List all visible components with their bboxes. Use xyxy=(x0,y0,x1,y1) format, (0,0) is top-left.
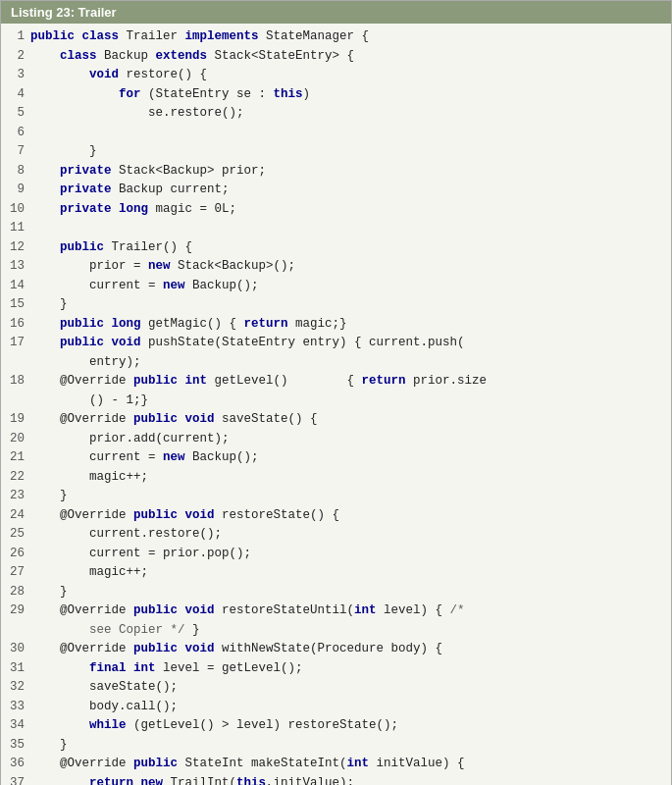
code-text xyxy=(30,716,89,735)
code-text: (getLevel() > level) restoreState(); xyxy=(127,716,399,735)
line-number: 24 xyxy=(5,506,25,526)
code-line: void restore() { xyxy=(30,66,667,85)
keyword: private xyxy=(60,162,112,181)
keyword: int xyxy=(347,755,370,773)
code-line: saveState(); xyxy=(30,678,667,698)
line-number: 26 xyxy=(5,545,25,564)
code-line: prior = new Stack<Backup>(); xyxy=(30,257,667,277)
keyword: return xyxy=(244,315,288,334)
code-line: se.restore(); xyxy=(30,104,667,124)
code-text: ,initValue); xyxy=(266,774,354,785)
keyword: new xyxy=(148,257,171,276)
code-text xyxy=(30,162,60,181)
code-line: @Override public void withNewState(Proce… xyxy=(30,640,667,659)
code-line: public Trailer() { xyxy=(30,238,667,258)
code-text xyxy=(30,85,119,104)
line-number: 34 xyxy=(5,716,25,736)
code-line: class Backup extends Stack<StateEntry> { xyxy=(30,47,667,67)
keyword: extends xyxy=(156,47,208,66)
code-line: } xyxy=(30,736,667,756)
code-text: prior.add(current); xyxy=(30,430,230,448)
keyword: public void xyxy=(133,410,215,429)
code-text xyxy=(30,238,60,257)
line-number: 9 xyxy=(5,181,25,200)
keyword: return xyxy=(362,372,406,391)
line-numbers: 1234567891011121314151617181920212223242… xyxy=(1,27,30,785)
code-text xyxy=(30,315,60,334)
code-text: TrailInt( xyxy=(163,774,236,785)
line-number: 30 xyxy=(5,640,25,659)
code-text: current.restore(); xyxy=(30,525,222,544)
code-text: getMagic() { xyxy=(141,315,244,334)
code-text: (StateEntry se : xyxy=(141,85,274,104)
code-line: () - 1;} xyxy=(30,392,667,411)
code-line: current = prior.pop(); xyxy=(30,545,667,564)
code-text: StateManager { xyxy=(259,27,370,46)
line-number: 12 xyxy=(5,238,25,258)
line-number: 37 xyxy=(5,774,25,786)
line-number: 16 xyxy=(5,315,25,335)
code-lines: public class Trailer implements StateMan… xyxy=(30,27,671,785)
code-text: @Override xyxy=(30,410,133,429)
code-line: public void pushState(StateEntry entry) … xyxy=(30,334,667,353)
line-number: 8 xyxy=(5,162,25,182)
code-text: Backup(); xyxy=(185,277,259,295)
line-number: 20 xyxy=(5,430,25,449)
code-text: Stack<StateEntry> { xyxy=(207,47,354,66)
code-text xyxy=(30,774,89,785)
code-text xyxy=(30,200,60,219)
keyword: for xyxy=(119,85,141,104)
code-text: } xyxy=(30,295,68,314)
code-line: @Override public void restoreState() { xyxy=(30,506,667,526)
line-number: 23 xyxy=(5,487,25,506)
code-text: restoreState() { xyxy=(215,506,340,525)
code-text: ) xyxy=(303,85,311,104)
code-text: } xyxy=(30,583,68,602)
code-text: initValue) { xyxy=(369,755,465,773)
code-line: @Override public int getLevel() { return… xyxy=(30,372,667,392)
code-line: final int level = getLevel(); xyxy=(30,659,667,679)
keyword: new xyxy=(163,448,185,467)
code-text: level = getLevel(); xyxy=(156,659,303,678)
keyword: public int xyxy=(133,372,207,391)
code-line: while (getLevel() > level) restoreState(… xyxy=(30,716,667,736)
code-text xyxy=(30,181,60,199)
code-text: magic++; xyxy=(30,563,148,582)
line-number: 19 xyxy=(5,410,25,430)
code-text: magic = 0L; xyxy=(148,200,236,219)
keyword: new xyxy=(163,277,185,295)
code-line: current = new Backup(); xyxy=(30,448,667,468)
line-number xyxy=(5,392,25,411)
code-line: return new TrailInt(this,initValue); xyxy=(30,774,667,786)
keyword: this xyxy=(236,774,266,785)
listing-container: Listing 23: Trailer 12345678910111213141… xyxy=(0,0,672,785)
keyword: return new xyxy=(89,774,163,785)
line-number: 21 xyxy=(5,448,25,468)
code-text: getLevel() { xyxy=(207,372,362,391)
code-text: pushState(StateEntry entry) { current.pu… xyxy=(141,334,465,352)
code-text: @Override xyxy=(30,640,133,658)
code-line: current.restore(); xyxy=(30,525,667,545)
code-line: magic++; xyxy=(30,563,667,583)
keyword: public void xyxy=(133,602,215,620)
code-line xyxy=(30,124,667,143)
line-number: 7 xyxy=(5,142,25,162)
code-line: } xyxy=(30,583,667,602)
code-area: 1234567891011121314151617181920212223242… xyxy=(1,24,671,785)
code-text: Trailer() { xyxy=(104,238,192,257)
line-number: 15 xyxy=(5,295,25,315)
line-number: 25 xyxy=(5,525,25,545)
line-number: 14 xyxy=(5,277,25,296)
keyword: public class xyxy=(30,27,119,46)
line-number: 17 xyxy=(5,334,25,353)
code-text: } xyxy=(30,142,97,161)
code-line: } xyxy=(30,487,667,506)
code-text: magic++; xyxy=(30,468,148,487)
listing-title: Listing 23: Trailer xyxy=(1,1,671,24)
keyword: implements xyxy=(185,27,259,46)
code-text: magic;} xyxy=(288,315,347,334)
code-line: body.call(); xyxy=(30,698,667,717)
line-number: 32 xyxy=(5,678,25,698)
code-line: @Override public void restoreStateUntil(… xyxy=(30,602,667,621)
line-number: 22 xyxy=(5,468,25,488)
